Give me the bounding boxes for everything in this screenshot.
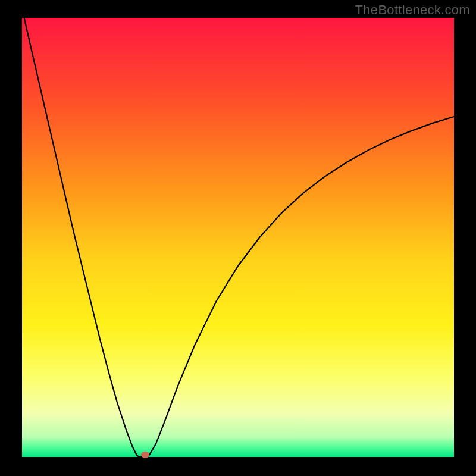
watermark-text: TheBottleneck.com <box>355 2 470 18</box>
current-point-marker <box>141 452 149 458</box>
chart-frame: TheBottleneck.com <box>0 0 476 476</box>
bottleneck-chart <box>0 0 476 476</box>
chart-gradient-background <box>22 18 454 457</box>
